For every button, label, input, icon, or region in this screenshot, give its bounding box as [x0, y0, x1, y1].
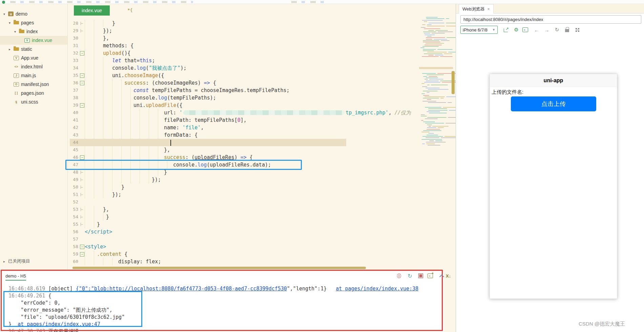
code-line-48[interactable]: 48} — [68, 169, 456, 176]
new-terminal-icon[interactable]: >_ — [428, 273, 433, 278]
fold-collapse-icon[interactable] — [79, 72, 85, 79]
refresh-icon[interactable]: ↻ — [553, 26, 561, 34]
code-editor[interactable]: index.vue *{ 28}29});30},31methods: {32u… — [68, 4, 456, 271]
code-line-44[interactable]: 44 — [68, 139, 456, 146]
device-select[interactable]: iPhone 6/7/8 ▼ — [460, 26, 498, 34]
code-line-57[interactable]: 57 — [68, 236, 456, 243]
fold-collapse-icon[interactable] — [79, 102, 85, 109]
clear-logs-icon[interactable]: X↓ — [446, 272, 451, 279]
closed-projects-row[interactable]: ▸ 已关闭项目 — [0, 257, 67, 265]
fold-spacer — [79, 64, 85, 72]
code-line-59[interactable]: 59.content { — [68, 250, 456, 258]
code-line-54[interactable]: 54} — [68, 213, 456, 221]
chevron-down-icon[interactable]: ▾ — [9, 21, 14, 25]
back-arrow-icon[interactable]: ← — [533, 26, 541, 34]
address-bar[interactable]: http://localhost:8080/#/pages/index/inde… — [460, 15, 641, 24]
editor-tab-index-vue[interactable]: index.vue — [74, 5, 110, 16]
fold-end-mark — [79, 221, 85, 228]
code-token: uni. — [112, 72, 124, 79]
code-line-35[interactable]: 35uni.chooseImage({ — [68, 72, 456, 79]
code-line-45[interactable]: 45}, — [68, 146, 456, 154]
tree-item-manifest.json[interactable]: ⚙manifest.json — [0, 80, 67, 89]
console-link[interactable]: at pages/index/index.vue:38 — [336, 286, 418, 292]
lock-icon[interactable] — [563, 26, 571, 34]
code-token: }, — [103, 35, 109, 41]
minimap-scrollbar[interactable] — [452, 71, 455, 94]
tree-item-pages.json[interactable]: [ ]pages.json — [0, 89, 67, 97]
code-line-51[interactable]: 51}); — [68, 191, 456, 198]
code-line-32[interactable]: 32upload(){ — [68, 49, 456, 57]
code-token: const — [133, 87, 152, 93]
console-tab-demo-h5[interactable]: demo - H5 — [5, 273, 26, 281]
code-line-33[interactable]: 33let that=this; — [68, 57, 456, 64]
restart-icon[interactable]: ↻ — [407, 272, 413, 279]
code-line-55[interactable]: 55} — [68, 221, 456, 228]
web-browser-tab[interactable]: Web浏览器 × — [459, 4, 494, 14]
code-line-52[interactable]: 52 — [68, 198, 456, 206]
tree-item-static[interactable]: ▸static — [0, 45, 67, 53]
tree-item-pages[interactable]: ▾pages — [0, 18, 67, 27]
tree-item-main.js[interactable]: Jmain.js — [0, 71, 67, 80]
qr-code-icon[interactable] — [573, 26, 581, 34]
indent-guides — [85, 20, 112, 27]
fold-collapse-icon[interactable] — [79, 49, 85, 57]
code-line-37[interactable]: 37const tempFilePaths = chooseImageRes.t… — [68, 87, 456, 94]
code-line-53[interactable]: 53}, — [68, 206, 456, 213]
code-line-29[interactable]: 29}); — [68, 27, 456, 35]
vue-icon: V — [24, 38, 30, 43]
code-line-40[interactable]: 40url: 'tp_imgsrc.php', //仅为 — [68, 109, 456, 116]
minimap[interactable] — [419, 14, 453, 153]
fold-collapse-icon[interactable] — [79, 250, 85, 258]
settings-gear-icon[interactable]: ⚙ — [512, 26, 520, 34]
horizontal-scrollbar[interactable] — [72, 267, 366, 269]
code-line-38[interactable]: 38console.log(tempFilePaths); — [68, 94, 456, 102]
indent-guides — [85, 176, 152, 183]
minimap-bar — [429, 76, 437, 77]
code-line-42[interactable]: 42name: 'file', — [68, 124, 456, 131]
debug-bug-icon[interactable] — [396, 272, 402, 279]
close-icon[interactable]: × — [487, 7, 490, 12]
console-link[interactable]: {"0":"blob:http://localhost:8080/fa6f477… — [76, 286, 287, 292]
code-line-36[interactable]: 36success: (chooseImageRes) => { — [68, 79, 456, 87]
code-token: ' — [179, 110, 182, 116]
tree-item-uni.scss[interactable]: §uni.scss — [0, 97, 67, 106]
minimap-bar — [427, 125, 432, 125]
code-line-39[interactable]: 39uni.uploadFile({ — [68, 102, 456, 109]
code-line-41[interactable]: 41filePath: tempFilePaths[0], — [68, 116, 456, 124]
tree-item-index.vue[interactable]: Vindex.vue — [0, 36, 67, 45]
console-link[interactable]: at pages/index/index.vue:47 — [18, 321, 100, 327]
tree-item-index[interactable]: ▾index — [0, 27, 67, 36]
open-external-icon[interactable]: ↗ — [502, 26, 510, 34]
stop-icon[interactable] — [417, 272, 424, 279]
chevron-down-icon[interactable]: ▾ — [3, 12, 8, 16]
code-line-34[interactable]: 34console.log("我被点击了"); — [68, 64, 456, 72]
code-line-28[interactable]: 28} — [68, 20, 456, 27]
forward-arrow-icon[interactable]: → — [543, 26, 551, 34]
fold-collapse-icon[interactable] — [79, 79, 85, 87]
code-line-46[interactable]: 46success: (uploadFileRes) => { — [68, 154, 456, 161]
minimap-bar — [422, 56, 439, 57]
tree-item-App.vue[interactable]: VApp.vue — [0, 53, 67, 62]
code-line-50[interactable]: 50} — [68, 183, 456, 191]
minimap-bar — [448, 102, 452, 103]
code-line-31[interactable]: 31methods: { — [68, 42, 456, 49]
code-line-30[interactable]: 30}, — [68, 35, 456, 42]
tree-item-index.html[interactable]: <>index.html — [0, 62, 67, 71]
collapse-icon[interactable] — [438, 272, 445, 279]
fold-collapse-icon[interactable] — [79, 154, 85, 161]
code-line-47[interactable]: 47console.log(uploadFileRes.data); — [68, 161, 456, 169]
code-line-49[interactable]: 49}); — [68, 176, 456, 183]
minimap-bar — [449, 110, 456, 111]
code-line-43[interactable]: 43formData: { — [68, 131, 456, 139]
code-line-56[interactable]: 56</script> — [68, 228, 456, 236]
upload-button[interactable]: 点击上传 — [511, 96, 596, 111]
console-icon[interactable]: >_ — [522, 27, 528, 32]
fold-collapse-icon[interactable] — [79, 243, 85, 250]
indent-guides — [85, 79, 124, 87]
code-line-60[interactable]: 60display: flex; — [68, 258, 456, 265]
code-line-58[interactable]: 58<style> — [68, 243, 456, 250]
chevron-right-icon[interactable]: ▸ — [9, 47, 14, 51]
chevron-down-icon[interactable]: ▾ — [14, 30, 19, 34]
code-token: , — [389, 110, 395, 116]
tree-item-demo[interactable]: ▾udemo — [0, 9, 67, 18]
